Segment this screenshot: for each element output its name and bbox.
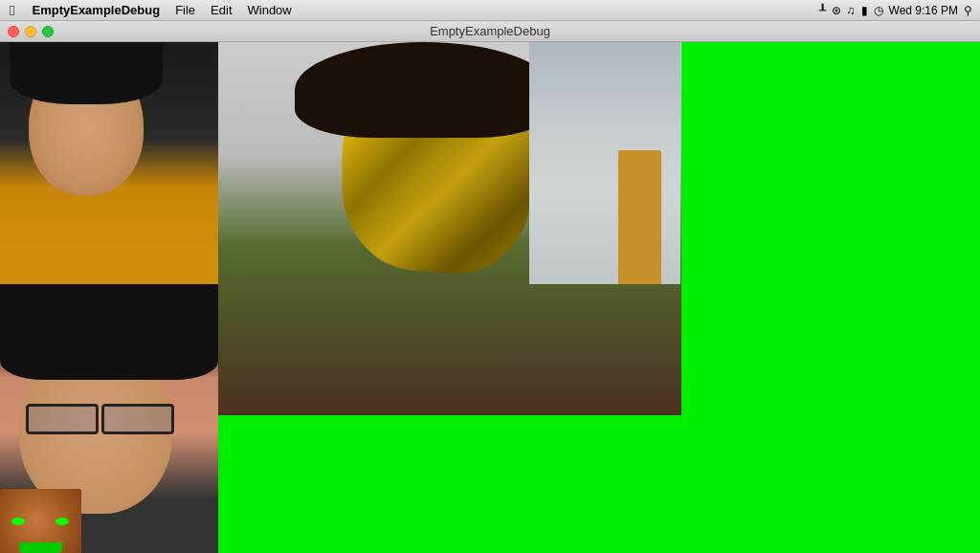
minimize-button[interactable] — [25, 26, 36, 37]
zoom-button[interactable] — [42, 26, 54, 37]
volume-icon[interactable]: ♫ — [847, 4, 856, 17]
app-name[interactable]: EmptyExampleDebug — [24, 3, 167, 17]
video-panel-topleft — [0, 42, 218, 284]
face-3d-eye-right — [56, 518, 69, 525]
window-menu[interactable]: Window — [240, 3, 300, 17]
green-background-bottom — [218, 415, 681, 553]
clock-icon[interactable]: ◷ — [874, 4, 883, 17]
room-background — [529, 42, 680, 284]
face-3d-eyes — [11, 518, 69, 525]
app-window: EmptyExampleDebug — [0, 21, 980, 553]
face-3d-eye-left — [11, 518, 25, 525]
apple-menu[interactable]:  — [0, 2, 24, 18]
menubar-right: ┸ ⊛ ♫ ▮ ◷ Wed 9:16 PM ⚲ — [819, 4, 980, 17]
bluetooth-icon[interactable]: ┸ — [819, 4, 826, 17]
edit-menu[interactable]: Edit — [203, 3, 239, 17]
glasses-overlay — [21, 404, 184, 431]
video-panel-face3d — [0, 489, 81, 553]
video-panel-topright — [529, 42, 680, 284]
face-3d-model — [0, 489, 81, 553]
face-3d-mouth — [19, 542, 62, 553]
close-button[interactable] — [8, 26, 19, 37]
menu-bar:  EmptyExampleDebug File Edit Window ┸ ⊛… — [0, 0, 980, 21]
titlebar: EmptyExampleDebug — [0, 21, 980, 42]
datetime-display: Wed 9:16 PM — [889, 4, 958, 17]
spotlight-icon[interactable]: ⚲ — [964, 4, 972, 17]
window-title: EmptyExampleDebug — [430, 24, 550, 38]
battery-icon[interactable]: ▮ — [861, 4, 868, 17]
person-topleft — [0, 42, 218, 284]
content-area — [0, 42, 980, 553]
green-background-right — [681, 42, 980, 553]
file-menu[interactable]: File — [167, 3, 203, 17]
wifi-icon[interactable]: ⊛ — [832, 4, 841, 17]
